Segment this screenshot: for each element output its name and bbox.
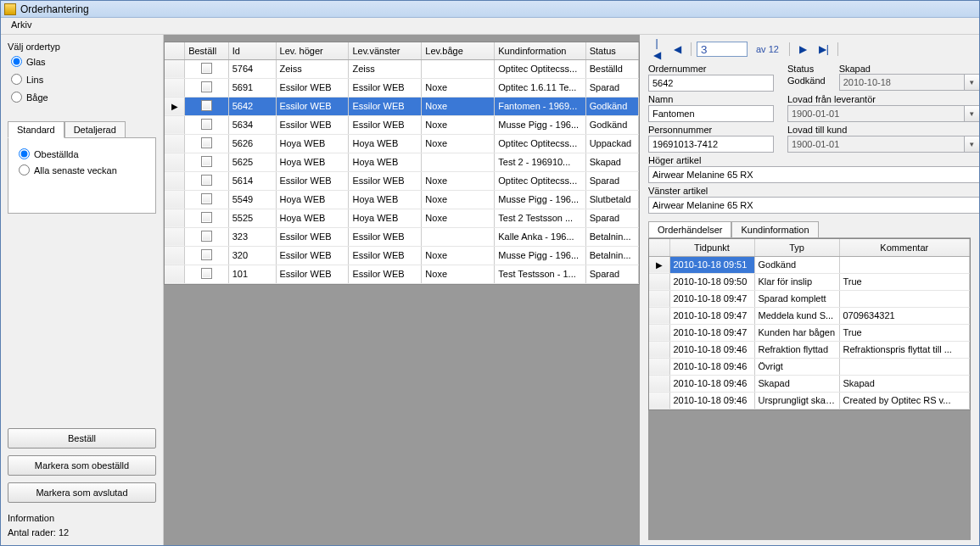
- label-vanster-artikel: Vänster artikel: [648, 186, 979, 196]
- input-hoger-artikel[interactable]: [648, 166, 979, 183]
- orders-grid[interactable]: Beställ Id Lev. höger Lev.vänster Lev.bå…: [164, 42, 640, 285]
- dropdown-icon[interactable]: ▼: [965, 105, 979, 122]
- bestall-checkbox[interactable]: [201, 175, 212, 186]
- nav-separator: [789, 42, 790, 56]
- markera-obestalld-button[interactable]: Markera som obeställd: [8, 455, 156, 476]
- bestall-checkbox[interactable]: [201, 268, 212, 279]
- col-typ[interactable]: Typ: [754, 239, 839, 256]
- radio-bage-input[interactable]: [11, 92, 22, 103]
- tab-kundinformation[interactable]: Kundinformation: [731, 221, 818, 237]
- bestall-button[interactable]: Beställ: [8, 428, 156, 448]
- radio-glas[interactable]: Glas: [11, 56, 156, 67]
- table-row[interactable]: 2010-10-18 09:47Sparad komplett: [649, 290, 970, 307]
- col-lev-vanster[interactable]: Lev.vänster: [349, 42, 422, 59]
- events-rowhdr-header: [649, 239, 669, 256]
- bestall-checkbox[interactable]: [201, 119, 212, 130]
- window-title: Orderhantering: [20, 3, 89, 15]
- radio-bage-label: Båge: [26, 92, 48, 103]
- input-vanster-artikel[interactable]: [648, 197, 979, 214]
- table-row[interactable]: 2010-10-18 09:46Refraktion flyttadRefrak…: [649, 341, 970, 358]
- nav-last-icon[interactable]: ▶|: [815, 42, 832, 57]
- col-kund[interactable]: Kundinformation: [495, 42, 585, 59]
- radio-obestallda[interactable]: Obeställda: [19, 148, 148, 159]
- nav-position-input[interactable]: [697, 42, 748, 57]
- bestall-checkbox[interactable]: [201, 231, 212, 242]
- table-row[interactable]: ▶2010-10-18 09:51Godkänd: [649, 256, 970, 273]
- table-row[interactable]: 101Essilor WEBEssilor WEBNoxeTest Testss…: [165, 265, 639, 283]
- table-row[interactable]: 5634Essilor WEBEssilor WEBNoxeMusse Pigg…: [165, 115, 639, 134]
- markera-avslutad-button[interactable]: Markera som avslutad: [8, 482, 156, 503]
- events-header-row: Tidpunkt Typ Kommentar: [649, 239, 970, 256]
- table-row[interactable]: 5764ZeissZeissOptitec Optitecss...Bestäl…: [165, 59, 639, 78]
- detail-subtabs: Orderhändelser Kundinformation: [648, 221, 971, 237]
- table-row[interactable]: 2010-10-18 09:50Klar för inslipTrue: [649, 273, 970, 290]
- bestall-checkbox[interactable]: [201, 156, 212, 167]
- table-row[interactable]: 2010-10-18 09:47Kunden har bågenTrue: [649, 324, 970, 341]
- bestall-checkbox[interactable]: [201, 137, 212, 148]
- bestall-checkbox[interactable]: [201, 212, 212, 223]
- col-id[interactable]: Id: [228, 42, 276, 59]
- radio-alla-veckan[interactable]: Alla senaste veckan: [19, 164, 148, 176]
- input-namn[interactable]: [648, 105, 774, 122]
- bestall-checkbox[interactable]: [201, 63, 212, 74]
- bestall-checkbox[interactable]: [201, 193, 212, 204]
- table-row[interactable]: 2010-10-18 09:46Ursprungligt skap...Crea…: [649, 392, 970, 409]
- content: Välj ordertyp Glas Lins Båge Standard De…: [1, 35, 979, 545]
- nav-next-icon[interactable]: ▶: [795, 42, 812, 57]
- table-row[interactable]: ▶5642Essilor WEBEssilor WEBNoxeFantomen …: [165, 97, 639, 115]
- col-kommentar[interactable]: Kommentar: [839, 239, 970, 256]
- field-lovad-kund: Lovad till kund ▼: [787, 125, 979, 153]
- table-row[interactable]: 2010-10-18 09:47Meddela kund S...0709634…: [649, 307, 970, 324]
- radio-lins-label: Lins: [26, 75, 43, 85]
- radio-bage[interactable]: Båge: [11, 92, 156, 103]
- table-row[interactable]: 323Essilor WEBEssilor WEBKalle Anka - 19…: [165, 227, 639, 246]
- input-ordernummer[interactable]: [648, 75, 774, 92]
- orders-rowhdr-header: [165, 42, 185, 59]
- dropdown-icon[interactable]: ▼: [965, 136, 979, 153]
- bestall-checkbox[interactable]: [201, 249, 212, 260]
- radio-glas-label: Glas: [26, 57, 46, 67]
- input-personnr[interactable]: [648, 136, 774, 153]
- table-row[interactable]: 5626Hoya WEBHoya WEBNoxeOptitec Optitecs…: [165, 134, 639, 153]
- detail-fields: Ordernummer Status Godkänd Skapad ▼: [648, 64, 971, 216]
- nav-prev-icon[interactable]: ◀: [669, 42, 686, 57]
- tab-orderhandelser[interactable]: Orderhändelser: [648, 221, 731, 237]
- table-row[interactable]: 5614Essilor WEBEssilor WEBNoxeOptitec Op…: [165, 171, 639, 190]
- table-row[interactable]: 5691Essilor WEBEssilor WEBNoxeOptitec 1.…: [165, 78, 639, 97]
- radio-alla-veckan-label: Alla senaste veckan: [34, 165, 117, 176]
- field-lovad-lev: Lovad från leverantör ▼: [787, 94, 979, 122]
- col-lev-hoger[interactable]: Lev. höger: [276, 42, 349, 59]
- nav-first-icon[interactable]: |◀: [648, 42, 665, 57]
- app-icon: [4, 3, 16, 15]
- table-row[interactable]: 5525Hoya WEBHoya WEBNoxeTest 2 Testsson …: [165, 209, 639, 227]
- radio-lins-input[interactable]: [11, 74, 22, 85]
- events-grid[interactable]: Tidpunkt Typ Kommentar ▶2010-10-18 09:51…: [648, 238, 971, 410]
- table-row[interactable]: 320Essilor WEBEssilor WEBNoxeMusse Pigg …: [165, 246, 639, 265]
- table-row[interactable]: 5625Hoya WEBHoya WEBTest 2 - 196910...Sk…: [165, 153, 639, 171]
- radio-obestallda-input[interactable]: [19, 148, 30, 159]
- radio-glas-input[interactable]: [11, 56, 22, 67]
- tab-standard[interactable]: Standard: [8, 121, 64, 138]
- menu-arkiv[interactable]: Arkiv: [6, 18, 36, 31]
- events-panel: Tidpunkt Typ Kommentar ▶2010-10-18 09:51…: [648, 237, 971, 540]
- titlebar: Orderhantering: [1, 1, 979, 18]
- label-skapad: Skapad: [839, 64, 871, 74]
- radio-alla-veckan-input[interactable]: [19, 164, 30, 176]
- label-ordernummer: Ordernummer: [648, 64, 774, 74]
- radio-lins[interactable]: Lins: [11, 74, 156, 85]
- col-tidpunkt[interactable]: Tidpunkt: [669, 239, 754, 256]
- tab-detaljerad[interactable]: Detaljerad: [64, 121, 126, 138]
- label-personnr: Personnummer: [648, 125, 774, 135]
- table-row[interactable]: 2010-10-18 09:46Övrigt: [649, 358, 970, 375]
- dropdown-icon[interactable]: ▼: [965, 74, 979, 91]
- bestall-checkbox[interactable]: [201, 100, 212, 111]
- value-status: Godkänd: [787, 74, 826, 91]
- label-lovad-lev: Lovad från leverantör: [787, 94, 979, 104]
- col-status[interactable]: Status: [585, 42, 638, 59]
- col-lev-bage[interactable]: Lev.båge: [422, 42, 495, 59]
- table-row[interactable]: 5549Hoya WEBHoya WEBNoxeMusse Pigg - 196…: [165, 190, 639, 209]
- col-bestall[interactable]: Beställ: [185, 42, 229, 59]
- table-row[interactable]: 2010-10-18 09:46SkapadSkapad: [649, 375, 970, 392]
- input-lovad-kund: [787, 136, 965, 153]
- bestall-checkbox[interactable]: [201, 81, 212, 92]
